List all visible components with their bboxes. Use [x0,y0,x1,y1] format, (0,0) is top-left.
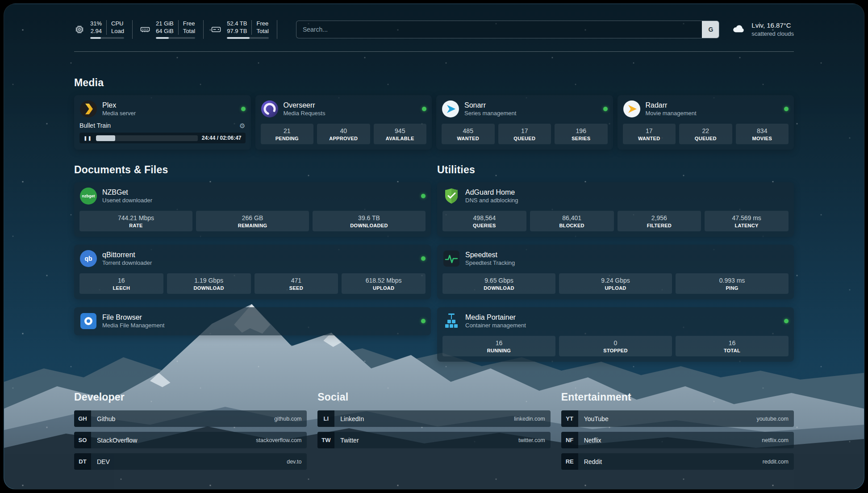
bookmark-reddit[interactable]: RE Reddit reddit.com [561,453,794,470]
app-meta: Plex Media server [102,101,136,117]
bookmark-twitter[interactable]: TW Twitter twitter.com [317,432,550,448]
cpu-metric: 31% 2.94 CPU Load [74,20,133,39]
stat-download: 1.19 Gbps DOWNLOAD [167,273,251,294]
filebrowser-card-header: File Browser Media File Management [79,312,426,330]
cloud-icon [731,22,746,37]
stat-value: 22 [681,127,730,134]
playback-progressbar[interactable] [96,135,198,141]
status-online-dot [784,107,789,111]
dashboard-screen: 31% 2.94 CPU Load [4,4,864,489]
stat-value: 17 [625,127,674,134]
bookmark-name: LinkedIn [334,410,364,427]
gear-icon[interactable]: ⚙ [239,122,245,129]
sonarr-icon [442,100,459,118]
qbittorrent-card[interactable]: qb qBittorrent Torrent downloader 16 LEE… [74,245,431,299]
filebrowser-card[interactable]: File Browser Media File Management [74,307,431,335]
cpu-progress-fill [90,37,101,39]
qbittorrent-stats: 16 LEECH 1.19 Gbps DOWNLOAD 471 SEED 6 [79,267,426,294]
stat-value: 47.569 ms [706,214,787,221]
stat-label: RUNNING [444,348,554,353]
stat-seed: 471 SEED [255,273,338,294]
qbittorrent-icon: qb [79,250,97,267]
bookmark-linkedin[interactable]: LI LinkedIn linkedin.com [317,410,550,427]
overseerr-card-header: Overseerr Media Requests [261,100,427,118]
filebrowser-icon [79,312,97,330]
speedtest-stats: 9.65 Gbps DOWNLOAD 9.24 Gbps UPLOAD 0.99… [442,267,789,294]
bookmark-url: dev.to [287,453,307,470]
entertainment-column: Entertainment YT YouTube youtube.com NF … [561,391,794,470]
adguard-shield-icon [442,187,460,205]
bookmark-url: netflix.com [762,432,794,448]
stat-label: MOVIES [738,136,787,141]
bookmark-url: stackoverflow.com [256,432,307,448]
stat-label: RATE [81,223,191,228]
overseerr-card[interactable]: Overseerr Media Requests 21 PENDING 40 A… [255,95,432,150]
nzbget-stats: 744.21 Mbps RATE 266 GB REMAINING 39.6 T… [79,205,426,231]
stat-downloaded: 39.6 TB DOWNLOADED [313,211,426,231]
stat-label: WANTED [625,136,674,141]
bookmark-netflix[interactable]: NF Netflix netflix.com [561,432,794,448]
disk-free: 52.4 TB [227,20,247,28]
playback-time: 24:44 / 02:06:47 [202,135,242,141]
bookmark-dev[interactable]: DT DEV dev.to [74,453,307,470]
ram-label-top: Free [183,20,195,28]
playback-bar: ❚❚ 24:44 / 02:06:47 [79,133,246,143]
bookmark-github[interactable]: GH Github github.com [74,410,307,427]
speedtest-card[interactable]: Speedtest Speedtest Tracking 9.65 Gbps D… [437,245,794,299]
stat-label: QUEUED [681,136,730,141]
bookmark-abbr: SO [74,432,91,448]
playback-progress-fill [96,135,115,141]
adguard-stats: 498,564 QUERIES 86,401 BLOCKED 2,956 FIL… [442,205,789,231]
cpu-label-bottom: Load [111,28,124,35]
bookmark-youtube[interactable]: YT YouTube youtube.com [561,410,794,427]
bookmark-stackoverflow[interactable]: SO StackOverflow stackoverflow.com [74,432,307,448]
utilities-section-title: Utilities [437,164,794,176]
stat-value: 0.993 ms [677,277,787,284]
search-input[interactable] [296,21,702,38]
app-subtitle: Series management [464,110,516,117]
stat-value: 21 [263,127,312,134]
disk-progressbar [227,37,269,39]
ram-metric: 21 GiB 64 GiB Free Total [140,20,204,39]
adguard-card[interactable]: AdGuard Home DNS and adblocking 498,564 … [437,182,794,237]
plex-card-header: Plex Media server [79,100,246,118]
ram-total: 64 GiB [156,28,174,35]
sonarr-card[interactable]: Sonarr Series management 485 WANTED 17 Q… [436,95,613,150]
bookmark-name: Github [91,410,115,427]
stat-approved: 40 APPROVED [317,124,370,144]
stat-label: DOWNLOAD [169,285,249,291]
nzbget-card-header: nzbget NZBGet Usenet downloader [79,187,426,205]
plex-card[interactable]: Plex Media server Bullet Train ⚙ ❚❚ [74,95,251,150]
status-online-dot [422,107,426,111]
stat-value: 16 [444,339,554,347]
weather-location: Lviv, 16.87°C [751,21,794,30]
stat-label: PENDING [263,136,312,141]
app-name: Plex [102,101,136,110]
radarr-card[interactable]: Radarr Movie management 17 WANTED 22 QUE… [618,95,794,150]
stat-series: 196 SERIES [555,124,608,144]
stat-label: LEECH [81,285,162,291]
app-name: qBittorrent [102,251,152,259]
cpu-progressbar [90,37,124,39]
stat-label: TOTAL [677,348,787,353]
search-engine-button[interactable]: G [702,21,719,38]
app-subtitle: Speedtest Tracking [465,259,515,267]
sonarr-card-header: Sonarr Series management [442,100,608,118]
nzbget-card[interactable]: nzbget NZBGet Usenet downloader 744.21 M… [74,182,431,237]
app-meta: qBittorrent Torrent downloader [102,251,152,267]
disk-metric: 52.4 TB 97.9 TB Free Total [211,20,277,39]
stat-value: 471 [256,277,337,284]
stat-upload: 9.24 Gbps UPLOAD [559,273,672,294]
documents-section-title: Documents & Files [74,164,431,176]
stat-value: 618.52 Mbps [343,277,424,284]
app-name: File Browser [102,313,164,322]
now-playing-title: Bullet Train [79,122,111,129]
stat-queued: 17 QUEUED [498,124,551,144]
pause-icon[interactable]: ❚❚ [83,136,92,141]
search-bar: G [296,21,719,38]
stat-upload: 618.52 Mbps UPLOAD [342,273,426,294]
ram-icon [140,24,150,35]
bookmark-url: linkedin.com [514,410,550,427]
portainer-card[interactable]: Media Portainer Container management 16 … [437,307,794,362]
stat-queries: 498,564 QUERIES [442,211,526,231]
